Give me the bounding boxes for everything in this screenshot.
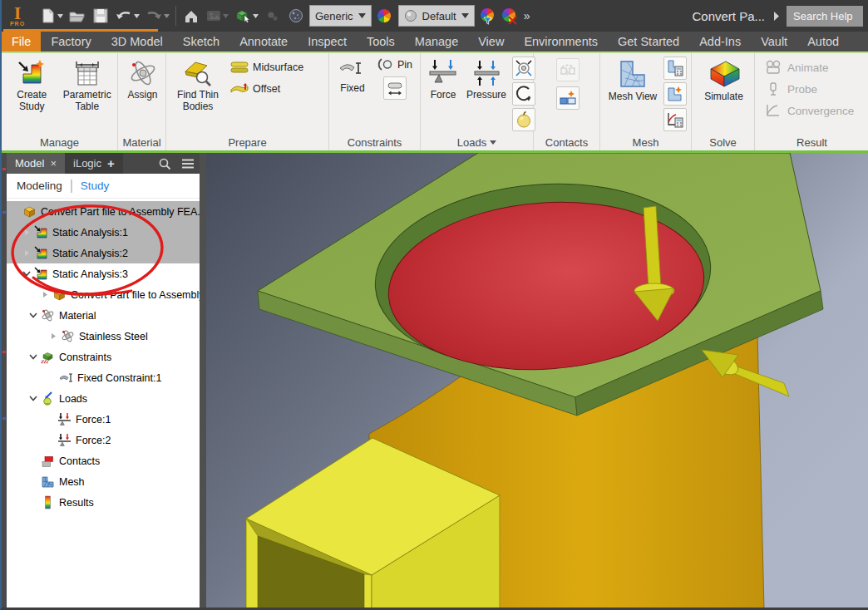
clear-appearance-button[interactable] xyxy=(499,4,520,27)
midsurface-button[interactable]: Midsurface xyxy=(228,60,306,75)
home-icon xyxy=(183,8,200,23)
chevron-down-icon[interactable] xyxy=(223,14,229,18)
tab-manage[interactable]: Manage xyxy=(405,32,468,52)
tree-item-part[interactable]: Convert Part file to Assembly xyxy=(7,284,200,305)
assign-material-button[interactable]: Assign xyxy=(123,57,162,103)
browser-search-button[interactable] xyxy=(153,153,176,174)
gravity-load-button[interactable] xyxy=(512,108,535,131)
tab-add-ins[interactable]: Add-Ins xyxy=(689,32,751,52)
tab-annotate[interactable]: Annotate xyxy=(229,32,298,52)
save-button[interactable] xyxy=(90,4,111,27)
browser-tab-bar: Model × iLogic + xyxy=(7,153,200,174)
document-title: Convert Pa... xyxy=(692,9,765,23)
tree-item-assembly-root[interactable]: Convert Part file to Assembly FEA.ip xyxy=(7,201,200,222)
gravity-apple-icon xyxy=(515,111,533,129)
tab-3d-model[interactable]: 3D Model xyxy=(101,32,173,52)
tab-view[interactable]: View xyxy=(468,32,514,52)
tree-item-static-analysis-1[interactable]: Static Analysis:1 xyxy=(7,222,200,243)
tree-item-contacts[interactable]: Contacts xyxy=(7,450,200,471)
offset-button[interactable]: Offset xyxy=(228,81,306,96)
mode-modeling[interactable]: Modeling xyxy=(17,180,62,192)
chevron-down-icon[interactable] xyxy=(134,14,140,18)
viewport-3d[interactable] xyxy=(206,153,868,608)
model-browser-panel: Model × iLogic + xyxy=(7,153,200,608)
local-mesh-control-button[interactable] xyxy=(663,82,687,106)
close-icon[interactable]: × xyxy=(50,157,57,170)
tree-item-force-1[interactable]: Force:1 xyxy=(7,409,200,430)
material-dropdown[interactable]: Generic xyxy=(309,5,372,27)
moment-load-button[interactable] xyxy=(512,82,535,106)
tree-item-static-analysis-2[interactable]: Static Analysis:2 xyxy=(7,243,200,263)
tree-item-material[interactable]: Material xyxy=(7,305,200,326)
adjust-appearance-button[interactable] xyxy=(477,4,499,27)
tab-file[interactable]: File xyxy=(2,32,41,52)
chevron-down-icon[interactable] xyxy=(164,14,170,18)
redo-button[interactable] xyxy=(143,4,171,27)
tree-item-constraints[interactable]: Constraints xyxy=(7,347,200,367)
render-globe-button[interactable] xyxy=(285,4,307,27)
fixed-constraint-button[interactable]: Fixed xyxy=(334,57,371,96)
chevron-down-icon[interactable] xyxy=(57,14,63,18)
chevron-down-icon[interactable] xyxy=(253,14,259,18)
bearing-load-icon xyxy=(515,59,533,77)
force-icon xyxy=(57,412,72,426)
automatic-contacts-button[interactable] xyxy=(556,58,579,81)
tree-item-force-2[interactable]: Force:2 xyxy=(7,430,200,450)
panel-divider[interactable] xyxy=(200,153,206,608)
frictionless-constraint-button[interactable] xyxy=(383,76,407,100)
mesh-settings-button[interactable] xyxy=(663,57,687,80)
manual-contact-button[interactable] xyxy=(556,86,579,110)
add-tab-icon[interactable]: + xyxy=(107,156,115,170)
mesh-icon xyxy=(40,475,56,489)
material-cube-button[interactable] xyxy=(232,4,260,27)
tree-item-fixed-constraint[interactable]: Fixed Constraint:1 xyxy=(7,367,200,388)
force-load-button[interactable]: Force xyxy=(426,57,461,103)
tree-item-stainless-steel[interactable]: Stainless Steel xyxy=(7,326,200,347)
find-thin-bodies-button[interactable]: Find Thin Bodies xyxy=(171,57,224,115)
tree-item-static-analysis-3[interactable]: Static Analysis:3 xyxy=(7,263,200,284)
mode-study[interactable]: Study xyxy=(81,180,110,192)
toolbar-overflow-button[interactable]: » xyxy=(520,9,532,22)
parametric-table-button[interactable]: Parametric Table xyxy=(61,57,114,115)
tab-factory[interactable]: Factory xyxy=(41,32,101,52)
new-file-button[interactable] xyxy=(38,4,65,27)
browser-menu-button[interactable] xyxy=(176,153,200,174)
tree-item-mesh[interactable]: Mesh xyxy=(7,471,200,492)
tree-item-loads[interactable]: Loads xyxy=(7,388,200,409)
probe-button[interactable]: Probe xyxy=(765,78,817,100)
appearance-dropdown[interactable]: Default xyxy=(398,5,475,27)
search-expand-icon[interactable] xyxy=(773,12,780,21)
tab-environments[interactable]: Environments xyxy=(514,32,608,52)
results-icon xyxy=(40,495,56,509)
browser-tab-ilogic[interactable]: iLogic + xyxy=(65,153,123,174)
panel-flyout-chevron-icon[interactable] xyxy=(490,140,496,145)
convergence-button[interactable]: Convergence xyxy=(765,100,854,121)
browser-tab-model[interactable]: Model × xyxy=(7,153,65,174)
hamburger-menu-icon xyxy=(181,158,195,170)
mesh-view-button[interactable]: Mesh View xyxy=(605,57,660,105)
appearance-dropdown-value: Default xyxy=(422,10,456,22)
tab-vault[interactable]: Vault xyxy=(751,32,797,52)
undo-button[interactable] xyxy=(113,4,141,27)
pressure-load-button[interactable]: Pressure xyxy=(464,57,509,103)
simulate-button[interactable]: Simulate xyxy=(698,57,750,105)
tab-autodesk[interactable]: Autod xyxy=(797,32,849,52)
appearance-image-button[interactable] xyxy=(204,4,230,27)
tab-sketch[interactable]: Sketch xyxy=(173,32,229,52)
bearing-load-button[interactable] xyxy=(512,57,535,80)
find-thin-bodies-icon xyxy=(182,58,214,88)
tab-tools[interactable]: Tools xyxy=(357,32,405,52)
create-study-button[interactable]: Create Study xyxy=(7,57,57,115)
search-help-input[interactable]: Search Help xyxy=(787,6,863,27)
local-mesh-control-icon xyxy=(666,85,684,103)
animate-button[interactable]: Animate xyxy=(765,57,829,78)
pin-constraint-button[interactable]: Pin xyxy=(374,57,415,73)
convergence-settings-button[interactable] xyxy=(663,108,687,131)
open-file-button[interactable] xyxy=(67,4,88,27)
tab-inspect[interactable]: Inspect xyxy=(298,32,357,52)
material-browser-button[interactable] xyxy=(374,4,396,27)
tab-get-started[interactable]: Get Started xyxy=(608,32,689,52)
component-pair-button[interactable] xyxy=(262,4,284,27)
home-view-button[interactable] xyxy=(180,4,202,27)
tree-item-results[interactable]: Results xyxy=(7,492,200,513)
